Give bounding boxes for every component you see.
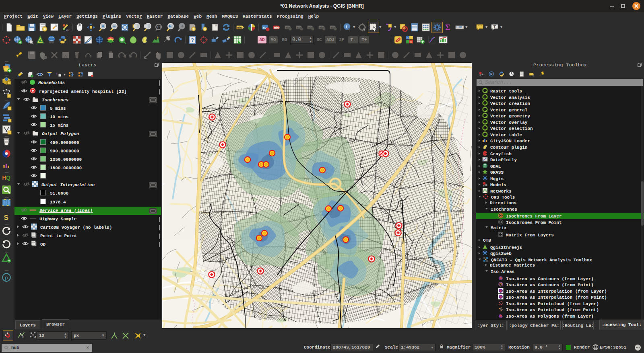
svg-text:?: ? [191, 37, 194, 43]
svg-text:R: R [490, 72, 493, 76]
svg-text:H: H [2, 174, 6, 181]
svg-text:▼: ▼ [34, 336, 36, 339]
svg-text:Σ: Σ [445, 23, 450, 32]
svg-text:abc: abc [274, 26, 280, 29]
svg-text:▼: ▼ [22, 336, 24, 339]
svg-text:S: S [4, 213, 9, 222]
svg-text:a: a [66, 28, 68, 32]
svg-text:ab: ab [263, 25, 266, 29]
svg-text:1:1: 1:1 [157, 26, 161, 29]
svg-text:D: D [410, 41, 412, 43]
svg-text:T: T [493, 24, 496, 29]
svg-text:i: i [346, 24, 347, 29]
svg-text:p: p [5, 275, 8, 281]
svg-text:ε: ε [56, 72, 58, 75]
svg-text:abc: abc [237, 26, 243, 29]
svg-text:S: S [407, 37, 409, 39]
svg-text:Q: Q [6, 174, 10, 181]
